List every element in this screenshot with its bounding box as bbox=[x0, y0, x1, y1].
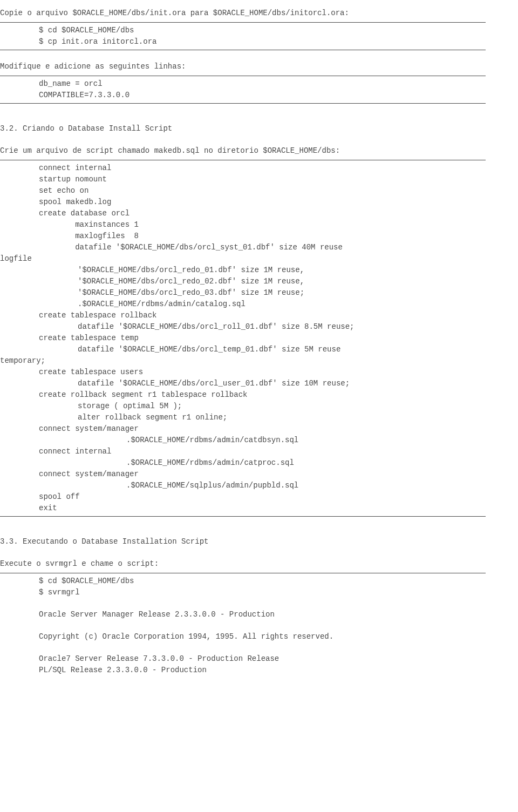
sql-line: '$ORACLE_HOME/dbs/orcl_redo_02.dbf' size… bbox=[78, 276, 486, 287]
sql-line: '$ORACLE_HOME/dbs/orcl_redo_03.dbf' size… bbox=[78, 287, 486, 299]
sql-line: create tablespace rollback bbox=[39, 310, 486, 321]
command-line: $ svrmgrl bbox=[39, 587, 486, 598]
sql-line: datafile '$ORACLE_HOME/dbs/orcl_user_01.… bbox=[78, 378, 486, 389]
sql-line: .$ORACLE_HOME/sqlplus/admin/pupbld.sql bbox=[126, 480, 486, 491]
sql-line: datafile '$ORACLE_HOME/dbs/orcl_roll_01.… bbox=[78, 321, 486, 333]
section-heading-3-2: 3.2. Criando o Database Install Script bbox=[0, 123, 486, 134]
command-line: $ cd $ORACLE_HOME/dbs bbox=[39, 576, 486, 587]
sql-script: connect internal startup nomount set ech… bbox=[39, 163, 486, 253]
sql-line: spool off bbox=[39, 491, 486, 503]
config-line: COMPATIBLE=7.3.3.0.0 bbox=[39, 90, 486, 101]
output-line: Copyright (c) Oracle Corporation 1994, 1… bbox=[39, 631, 486, 642]
command-line: $ cd $ORACLE_HOME/dbs bbox=[39, 25, 486, 36]
divider bbox=[0, 160, 486, 160]
sql-line: create tablespace users bbox=[39, 367, 486, 378]
sql-line: alter rollback segment r1 online; bbox=[78, 412, 486, 423]
intro-paragraph: Copie o arquivo $ORACLE_HOME/dbs/init.or… bbox=[0, 8, 486, 19]
config-line: db_name = orcl bbox=[39, 78, 486, 90]
sql-line: connect system/manager bbox=[39, 423, 486, 435]
divider bbox=[0, 50, 486, 50]
sql-line: datafile '$ORACLE_HOME/dbs/orcl_temp_01.… bbox=[78, 344, 486, 355]
sql-line: logfile bbox=[0, 253, 486, 265]
sql-line: connect system/manager bbox=[39, 469, 486, 480]
sql-line: connect internal bbox=[39, 446, 486, 457]
sql-line: .$ORACLE_HOME/rdbms/admin/catalog.sql bbox=[78, 299, 486, 310]
sql-line: .$ORACLE_HOME/rdbms/admin/catproc.sql bbox=[126, 457, 486, 469]
section-heading-3-3: 3.3. Executando o Database Installation … bbox=[0, 536, 486, 547]
output-line: PL/SQL Release 2.3.3.0.0 - Production bbox=[39, 665, 486, 676]
output-line: Oracle7 Server Release 7.3.3.0.0 - Produ… bbox=[39, 653, 486, 665]
divider bbox=[0, 573, 486, 573]
sql-line: create tablespace temp bbox=[39, 333, 486, 344]
divider bbox=[0, 76, 486, 76]
instruction-text: Execute o svrmgrl e chame o script: bbox=[0, 558, 486, 570]
command-line: $ cp init.ora initorcl.ora bbox=[39, 36, 486, 48]
divider bbox=[0, 22, 486, 23]
sql-line: '$ORACLE_HOME/dbs/orcl_redo_01.dbf' size… bbox=[78, 265, 486, 276]
sql-line: temporary; bbox=[0, 355, 486, 367]
divider bbox=[0, 103, 486, 104]
divider bbox=[0, 516, 486, 517]
instruction-text: Modifique e adicione as seguintes linhas… bbox=[0, 61, 486, 72]
sql-line: storage ( optimal 5M ); bbox=[78, 401, 486, 412]
instruction-text: Crie um arquivo de script chamado makedb… bbox=[0, 145, 486, 157]
sql-line: create rollback segment r1 tablespace ro… bbox=[39, 389, 486, 401]
sql-line: .$ORACLE_HOME/rdbms/admin/catdbsyn.sql bbox=[126, 435, 486, 446]
sql-line: exit bbox=[39, 503, 486, 514]
output-line: Oracle Server Manager Release 2.3.3.0.0 … bbox=[39, 609, 486, 620]
